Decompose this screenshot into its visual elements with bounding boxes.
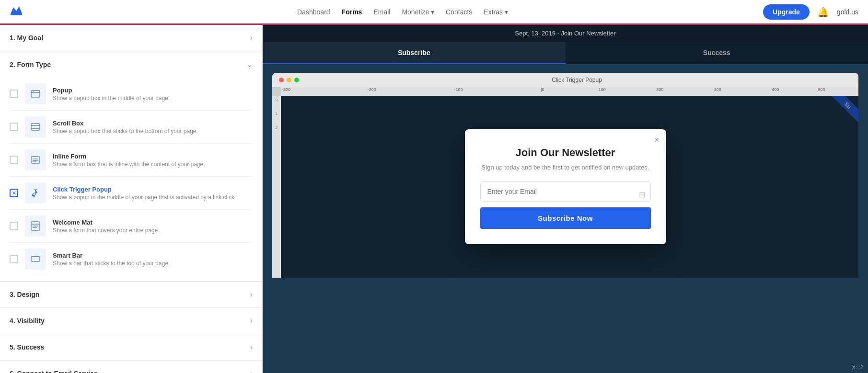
nav-monetize[interactable]: Monetize ▾ xyxy=(402,6,434,18)
click-trigger-icon xyxy=(25,182,46,203)
smart-bar-text: Smart Bar Show a bar that sticks to the … xyxy=(53,252,170,267)
svg-rect-2 xyxy=(31,90,40,97)
welcome-mat-text: Welcome Mat Show a form that covers your… xyxy=(53,219,160,234)
form-type-list: Popup Show a popup box in the middle of … xyxy=(0,78,262,281)
chevron-right-icon: › xyxy=(250,316,253,325)
preview-tabs: Subscribe Success xyxy=(263,42,868,64)
logo[interactable] xyxy=(10,5,23,19)
form-type-popup[interactable]: Popup Show a popup box in the middle of … xyxy=(10,78,253,111)
scroll-box-icon xyxy=(25,116,46,137)
tab-subscribe[interactable]: Subscribe xyxy=(263,42,566,64)
chevron-down-icon: ⌄ xyxy=(246,60,253,69)
section-form-type: 2. Form Type ⌄ Popup Show a popup box in… xyxy=(0,51,262,282)
chevron-right-icon: › xyxy=(250,34,253,42)
nav-forms[interactable]: Forms xyxy=(342,6,362,18)
email-icon: ⊟ xyxy=(639,190,645,199)
inline-icon xyxy=(25,149,46,170)
email-field-wrap: ⊟ xyxy=(480,181,651,207)
chevron-down-icon: ▾ xyxy=(431,8,434,16)
browser-dot-red xyxy=(279,78,284,82)
section-visibility-label: 4. Visibility xyxy=(10,317,45,325)
nav-links: Dashboard Forms Email Monetize ▾ Contact… xyxy=(42,6,763,18)
section-connect[interactable]: 6. Connect to Email Service › xyxy=(0,361,262,373)
left-panel: 1. My Goal › 2. Form Type ⌄ Popup Show a xyxy=(0,25,263,373)
section-design[interactable]: 3. Design › xyxy=(0,282,262,308)
form-type-click-trigger[interactable]: Click Trigger Popup Show a popup in the … xyxy=(10,177,253,210)
nav-extras[interactable]: Extras ▾ xyxy=(484,6,508,18)
svg-rect-5 xyxy=(31,124,40,130)
section-visibility[interactable]: 4. Visibility › xyxy=(0,308,262,334)
main-layout: 1. My Goal › 2. Form Type ⌄ Popup Show a xyxy=(0,25,868,373)
click-trigger-checkbox[interactable] xyxy=(10,189,18,197)
svg-rect-17 xyxy=(31,257,40,261)
chevron-right-icon: › xyxy=(250,290,253,299)
chevron-right-icon: › xyxy=(250,369,253,373)
section-my-goal[interactable]: 1. My Goal › xyxy=(0,25,262,51)
coord-display: X: -2 xyxy=(852,364,863,370)
user-label: gold.us xyxy=(837,8,858,16)
modal-overlay: × Join Our Newsletter Sign up today and … xyxy=(272,96,858,278)
form-type-scroll-box[interactable]: Scroll Box Show a popup box that sticks … xyxy=(10,111,253,144)
preview-header: Sept. 13, 2019 - Join Our Newsletter xyxy=(263,25,868,42)
topnav-right: Upgrade 🔔 gold.us xyxy=(763,4,858,20)
nav-email[interactable]: Email xyxy=(373,6,390,18)
click-trigger-text: Click Trigger Popup Show a popup in the … xyxy=(53,186,236,201)
smart-bar-icon xyxy=(25,249,46,270)
popup-checkbox[interactable] xyxy=(10,90,18,98)
right-panel: Sept. 13, 2019 - Join Our Newsletter Sub… xyxy=(263,25,868,373)
welcome-mat-icon xyxy=(25,215,46,237)
browser-ruler: -300 -200 -100 |0 100 200 300 400 500 xyxy=(272,87,858,96)
inline-text: Inline Form Show a form box that is inli… xyxy=(53,153,205,168)
inline-checkbox[interactable] xyxy=(10,156,18,164)
section-goal-label: 1. My Goal xyxy=(10,34,43,42)
topnav: Dashboard Forms Email Monetize ▾ Contact… xyxy=(0,0,868,25)
browser-dot-green xyxy=(294,78,299,82)
form-type-smart-bar[interactable]: Smart Bar Show a bar that sticks to the … xyxy=(10,243,253,275)
browser-chrome: Click Trigger Popup -300 -200 -100 |0 10… xyxy=(272,73,858,278)
upgrade-button[interactable]: Upgrade xyxy=(763,4,810,20)
preview-header-text: Sept. 13, 2019 - Join Our Newsletter xyxy=(515,30,615,37)
email-input[interactable] xyxy=(480,181,651,202)
svg-point-12 xyxy=(35,192,36,193)
nav-contacts[interactable]: Contacts xyxy=(446,6,472,18)
smart-bar-checkbox[interactable] xyxy=(10,255,18,263)
canvas-area: Click Trigger Popup -300 -200 -100 |0 10… xyxy=(263,64,868,373)
section-success-label: 5. Success xyxy=(10,343,44,351)
section-form-type-label: 2. Form Type xyxy=(10,61,51,68)
browser-titlebar: Click Trigger Popup xyxy=(272,73,858,87)
popup-text: Popup Show a popup box in the middle of … xyxy=(53,87,170,102)
scroll-box-text: Scroll Box Show a popup box that sticks … xyxy=(53,120,198,135)
modal-subtitle: Sign up today and be the first to get no… xyxy=(480,164,651,171)
browser-dot-yellow xyxy=(287,78,291,82)
browser-title: Click Trigger Popup xyxy=(302,77,852,83)
form-type-header[interactable]: 2. Form Type ⌄ xyxy=(0,51,262,78)
form-type-inline[interactable]: Inline Form Show a form box that is inli… xyxy=(10,144,253,177)
tab-success[interactable]: Success xyxy=(566,42,868,64)
nav-dashboard[interactable]: Dashboard xyxy=(297,6,330,18)
welcome-mat-checkbox[interactable] xyxy=(10,222,18,230)
modal-title: Join Our Newsletter xyxy=(480,147,651,159)
modal-close-button[interactable]: × xyxy=(654,135,660,145)
browser-content: 0 1 2 Su × Join Our Newsletter Sign up t… xyxy=(272,96,858,278)
left-ruler: 0 1 2 xyxy=(272,96,281,278)
subscribe-modal: × Join Our Newsletter Sign up today and … xyxy=(465,129,666,244)
form-type-welcome-mat[interactable]: Welcome Mat Show a form that covers your… xyxy=(10,210,253,243)
subscribe-button[interactable]: Subscribe Now xyxy=(480,207,651,229)
chevron-right-icon: › xyxy=(250,343,253,351)
section-design-label: 3. Design xyxy=(10,291,39,298)
svg-rect-8 xyxy=(31,157,40,163)
bell-icon[interactable]: 🔔 xyxy=(817,6,829,18)
section-success[interactable]: 5. Success › xyxy=(0,334,262,361)
popup-icon xyxy=(25,83,46,104)
scroll-box-checkbox[interactable] xyxy=(10,123,18,131)
section-connect-label: 6. Connect to Email Service xyxy=(10,370,98,373)
svg-rect-1 xyxy=(11,14,22,15)
chevron-down-icon: ▾ xyxy=(505,8,508,16)
svg-marker-0 xyxy=(11,6,22,14)
